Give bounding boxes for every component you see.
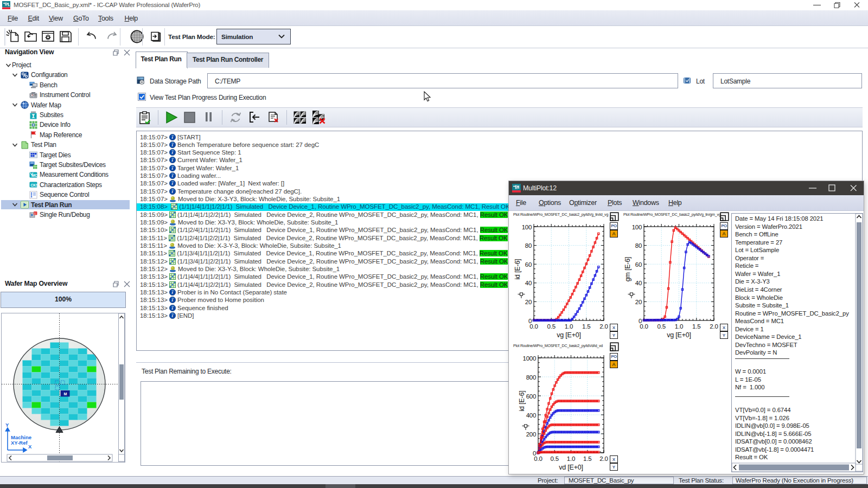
svg-text:400: 400 <box>526 412 536 419</box>
svg-text:40: 40 <box>525 280 532 286</box>
svg-text:600: 600 <box>526 393 536 400</box>
svg-text:80: 80 <box>525 242 532 249</box>
svg-text:C:\: C:\ <box>138 78 141 80</box>
svg-text:0.5: 0.5 <box>551 455 559 462</box>
svg-text:2.0: 2.0 <box>710 323 718 330</box>
svg-text:M: M <box>64 392 67 396</box>
svg-text:CKS: CKS <box>31 183 38 187</box>
svg-text:gm [E-6]: gm [E-6] <box>624 257 631 282</box>
svg-text:0: 0 <box>639 318 642 324</box>
svg-text:40: 40 <box>635 280 642 286</box>
svg-text:100: 100 <box>522 224 532 230</box>
svg-text:1.5: 1.5 <box>583 455 591 462</box>
svg-text:0: 0 <box>533 450 536 457</box>
svg-text:1.0: 1.0 <box>675 323 683 330</box>
svg-text:Y: Y <box>5 422 9 428</box>
svg-text:Plot Routine/WPro_MOSFET_DC_ba: Plot Routine/WPro_MOSFET_DC_basic2_py/id… <box>623 213 721 217</box>
svg-text:2.0: 2.0 <box>599 455 608 462</box>
svg-text:2.0: 2.0 <box>599 323 608 330</box>
svg-text:100: 100 <box>632 224 642 230</box>
svg-text:vd [E+0]: vd [E+0] <box>559 464 583 471</box>
svg-text:vg [E+0]: vg [E+0] <box>557 331 581 339</box>
svg-text:200: 200 <box>526 431 536 438</box>
svg-text:XY-Ref: XY-Ref <box>11 440 28 446</box>
svg-text:1000: 1000 <box>523 355 536 362</box>
svg-text:800: 800 <box>526 374 536 381</box>
svg-text:60: 60 <box>635 261 642 268</box>
svg-text:60: 60 <box>525 261 532 268</box>
svg-text:1.0: 1.0 <box>567 455 575 462</box>
svg-text:1.5: 1.5 <box>582 323 590 330</box>
svg-text:0.0: 0.0 <box>534 455 542 462</box>
svg-text:1.0: 1.0 <box>565 323 573 330</box>
svg-text:0: 0 <box>528 318 532 324</box>
svg-text:20: 20 <box>525 299 532 305</box>
svg-text:id [E-6]: id [E-6] <box>518 391 526 412</box>
svg-text:id [E-6]: id [E-6] <box>514 259 521 280</box>
svg-text:!: ! <box>35 211 36 215</box>
svg-text:vg [E+0]: vg [E+0] <box>667 331 691 339</box>
svg-text:0.0: 0.0 <box>529 323 538 330</box>
svg-text:Plot Routine/WPro_MOSFET_DC_ba: Plot Routine/WPro_MOSFET_DC_basic2_py/id… <box>513 344 603 348</box>
svg-text:20: 20 <box>635 299 642 305</box>
svg-text:1.5: 1.5 <box>692 323 700 330</box>
svg-text:Plot Routine/WPro_MOSFET_DC_ba: Plot Routine/WPro_MOSFET_DC_basic2_py/id… <box>513 213 608 217</box>
svg-text:X: X <box>28 444 32 450</box>
svg-text:0.5: 0.5 <box>547 323 556 330</box>
svg-text:0.5: 0.5 <box>658 323 666 330</box>
svg-text:80: 80 <box>635 242 642 249</box>
svg-text:0.0: 0.0 <box>640 323 648 330</box>
